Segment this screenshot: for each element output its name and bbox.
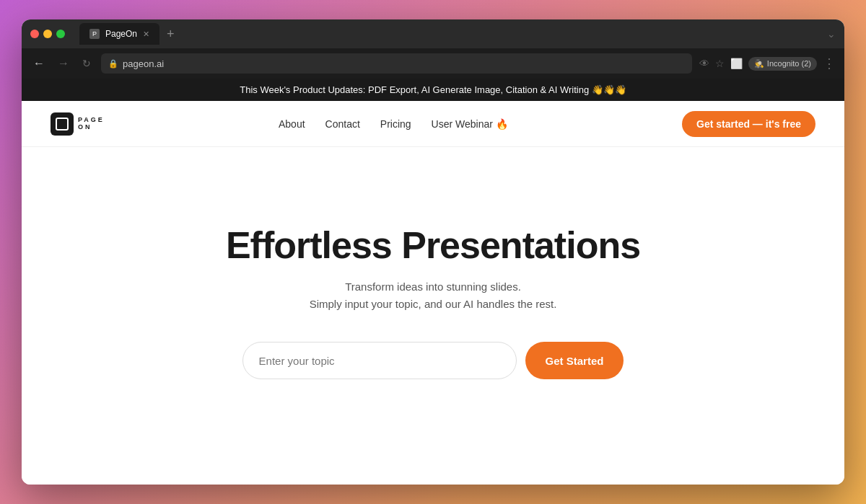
url-text: pageon.ai [123, 58, 164, 69]
main-nav: About Contact Pricing User Webinar 🔥 [279, 118, 508, 130]
reload-button[interactable]: ↻ [79, 55, 94, 72]
extensions-icon[interactable]: ⬜ [730, 58, 743, 69]
close-button[interactable] [30, 30, 39, 38]
title-bar: P PageOn ✕ + ⌄ [22, 19, 844, 48]
window-controls-icon[interactable]: ⌄ [827, 28, 836, 40]
banner-text: This Week's Product Updates: PDF Export,… [240, 84, 626, 95]
star-icon[interactable]: ☆ [715, 58, 725, 69]
forward-button[interactable]: → [55, 55, 72, 72]
nav-webinar[interactable]: User Webinar 🔥 [432, 118, 508, 130]
traffic-lights [30, 30, 65, 38]
address-bar: ← → ↻ 🔒 pageon.ai 👁 ☆ ⬜ 🕵 Incognito (2) … [22, 48, 844, 79]
minimize-button[interactable] [43, 30, 52, 38]
nav-pricing[interactable]: Pricing [380, 118, 411, 130]
hero-section: Effortless Presentations Transform ideas… [22, 147, 844, 485]
incognito-icon: 🕵 [754, 59, 764, 68]
incognito-badge[interactable]: 🕵 Incognito (2) [748, 57, 817, 71]
address-actions: 👁 ☆ ⬜ 🕵 Incognito (2) ⋮ [699, 56, 836, 71]
menu-dots-icon[interactable]: ⋮ [823, 56, 836, 71]
logo-text: PAGE ON [78, 117, 105, 131]
new-tab-button[interactable]: + [162, 27, 179, 40]
back-button[interactable]: ← [30, 55, 48, 72]
hero-subtitle: Transform ideas into stunning slides. Si… [310, 278, 557, 313]
search-row: Get Started [242, 342, 624, 379]
site-header: PAGE ON About Contact Pricing User Webin… [22, 101, 844, 147]
active-tab[interactable]: P PageOn ✕ [79, 23, 159, 45]
fire-icon: 🔥 [496, 118, 508, 130]
tab-favicon: P [89, 29, 100, 39]
logo[interactable]: PAGE ON [51, 112, 105, 136]
hero-title: Effortless Presentations [226, 224, 640, 267]
logo-icon [51, 112, 74, 136]
hero-subtitle-line2: Simply input your topic, and our AI hand… [310, 298, 557, 310]
header-cta-button[interactable]: Get started — it's free [682, 111, 815, 137]
tab-title: PageOn [105, 29, 137, 39]
lock-icon: 🔒 [108, 59, 118, 68]
maximize-button[interactable] [56, 30, 65, 38]
url-bar[interactable]: 🔒 pageon.ai [101, 53, 692, 74]
nav-contact[interactable]: Contact [325, 118, 360, 130]
hero-subtitle-line1: Transform ideas into stunning slides. [345, 280, 521, 293]
page-content: This Week's Product Updates: PDF Export,… [22, 79, 844, 485]
logo-icon-inner [56, 118, 69, 131]
nav-about[interactable]: About [279, 118, 305, 130]
topic-input[interactable] [242, 342, 517, 379]
tab-close-icon[interactable]: ✕ [143, 30, 149, 38]
get-started-button[interactable]: Get Started [525, 342, 624, 379]
tab-bar: P PageOn ✕ + [79, 23, 179, 45]
announcement-banner: This Week's Product Updates: PDF Export,… [22, 79, 844, 101]
eye-slash-icon[interactable]: 👁 [699, 58, 709, 69]
browser-window: P PageOn ✕ + ⌄ ← → ↻ 🔒 pageon.ai 👁 ☆ ⬜ 🕵… [22, 19, 844, 485]
incognito-label: Incognito (2) [767, 59, 811, 68]
